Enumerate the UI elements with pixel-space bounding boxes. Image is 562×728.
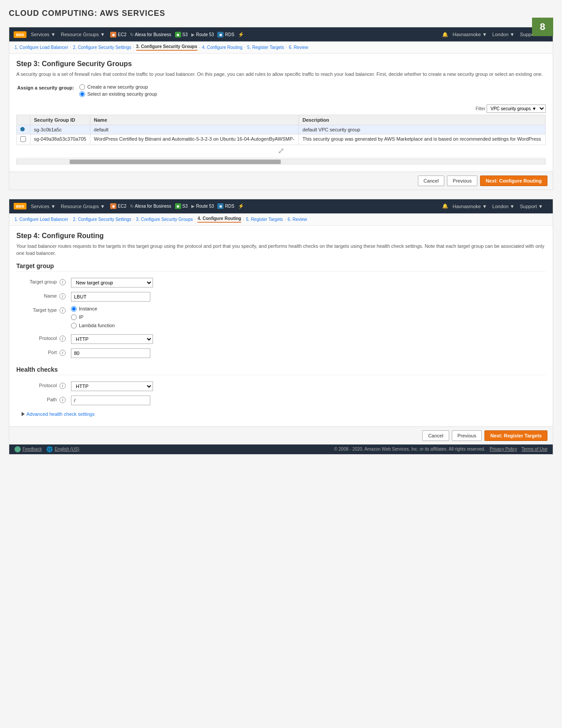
breadcrumb2-item-2[interactable]: 2. Configure Security Settings (73, 217, 131, 222)
col-header-checkbox (17, 115, 30, 125)
name-input[interactable] (71, 292, 150, 302)
filter-dropdown[interactable]: VPC security groups ▼ (487, 105, 546, 113)
nav-user[interactable]: Havnasmoke ▼ (453, 32, 487, 37)
target-type-lambda[interactable]: Lambda function (71, 323, 545, 329)
target-type-instance[interactable]: Instance (71, 306, 545, 312)
hc-protocol-select[interactable]: HTTP (71, 381, 153, 391)
feedback-link[interactable]: Feedback (22, 447, 42, 452)
health-checks-title: Health checks (16, 366, 546, 375)
radio-existing-input[interactable] (79, 91, 85, 97)
horizontal-scrollbar[interactable] (16, 159, 546, 164)
panel1-content: Step 3: Configure Security Groups A secu… (9, 54, 553, 172)
next-button-2[interactable]: Next: Register Targets (484, 430, 547, 441)
table-row[interactable]: sg-3c0b1a5c default default VPC security… (17, 125, 546, 134)
tg-info-icon[interactable]: i (60, 279, 66, 285)
radio-instance[interactable] (71, 306, 77, 312)
nav2-s3[interactable]: ■ S3 (175, 203, 188, 209)
language-link[interactable]: English (US) (55, 447, 79, 452)
breadcrumb2-item-6[interactable]: 6. Review (288, 217, 307, 222)
name-label: Name (44, 293, 57, 299)
row-checkbox-2[interactable] (20, 136, 26, 142)
breadcrumb-item-3[interactable]: 3. Configure Security Groups (136, 44, 197, 51)
col-header-sgid: Security Group ID (30, 115, 90, 125)
nav-alexa[interactable]: ↻ Alexa for Business (130, 32, 171, 37)
nav2-more[interactable]: ⚡ (238, 203, 244, 209)
footer-left: Feedback 🌐 English (US) (15, 446, 79, 452)
notification-bell-icon-2[interactable]: 🔔 (442, 203, 448, 209)
breadcrumb2-item-3[interactable]: 3. Configure Security Groups (136, 217, 193, 222)
breadcrumb-item-1[interactable]: 1. Configure Load Balancer (15, 45, 68, 50)
panel2-content: Step 4: Configure Routing Your load bala… (9, 226, 553, 426)
hc-path-info-icon[interactable]: i (60, 397, 66, 403)
privacy-link[interactable]: Privacy Policy (490, 447, 517, 452)
nav2-alexa[interactable]: ↻ Alexa for Business (130, 204, 171, 209)
breadcrumb-1: 1. Configure Load Balancer · 2. Configur… (9, 41, 553, 54)
next-button[interactable]: Next: Configure Routing (480, 175, 547, 186)
breadcrumb2-item-1[interactable]: 1. Configure Load Balancer (15, 217, 68, 222)
hc-protocol-info-icon[interactable]: i (60, 383, 66, 389)
nav-s3[interactable]: ■ S3 (175, 32, 188, 37)
navbar-2: aws Services ▼ Resource Groups ▼ ■ EC2 ↻… (9, 199, 553, 213)
nav-ec2[interactable]: ■ EC2 (110, 32, 127, 37)
nav-services[interactable]: Services ▼ (31, 32, 56, 37)
nav-resource-groups[interactable]: Resource Groups ▼ (61, 32, 105, 37)
breadcrumb-item-2[interactable]: 2. Configure Security Settings (73, 45, 131, 50)
breadcrumb2-item-4[interactable]: 4. Configure Routing (197, 216, 241, 223)
nav2-region[interactable]: London ▼ (492, 204, 515, 209)
advanced-health-checks[interactable]: Advanced health check settings (16, 411, 546, 417)
panel2-action-bar: Cancel Previous Next: Register Targets (9, 426, 553, 444)
col-header-desc: Description (299, 115, 546, 125)
radio-create-input[interactable] (79, 84, 85, 90)
radio-create-new: Create a new security group (79, 84, 157, 90)
nav2-rds[interactable]: ■ RDS (217, 203, 234, 209)
sg-desc-1: default VPC security group (299, 125, 546, 134)
nav-region[interactable]: London ▼ (492, 32, 515, 37)
scroll-hint-icon: ⤢ (278, 146, 284, 156)
radio-lambda-label: Lambda function (79, 323, 115, 328)
breadcrumb2-item-5[interactable]: 5. Register Targets (246, 217, 283, 222)
nav2-ec2[interactable]: ■ EC2 (110, 203, 127, 209)
port-info-icon[interactable]: i (60, 350, 66, 356)
footer-right: © 2008 - 2020, Amazon Web Services, Inc.… (334, 447, 547, 452)
target-type-ip[interactable]: IP (71, 314, 545, 320)
radio-lambda[interactable] (71, 323, 77, 329)
nav2-user[interactable]: Havnasmoke ▼ (453, 204, 487, 209)
aws-footer: Feedback 🌐 English (US) © 2008 - 2020, A… (9, 444, 553, 454)
nav-rds[interactable]: ■ RDS (217, 32, 234, 37)
nav2-support[interactable]: Support ▼ (520, 204, 543, 209)
scrollbar-thumb[interactable] (70, 160, 281, 164)
previous-button[interactable]: Previous (447, 175, 477, 186)
port-input[interactable] (71, 348, 150, 358)
nav2-services[interactable]: Services ▼ (31, 204, 56, 209)
sg-desc-2: This security group was generated by AWS… (299, 134, 546, 145)
target-group-select[interactable]: New target group (71, 278, 153, 287)
nav-route53[interactable]: ▶ Route 53 (191, 32, 214, 37)
nav-more[interactable]: ⚡ (238, 32, 244, 37)
breadcrumb-item-4[interactable]: 4. Configure Routing (202, 45, 242, 50)
target-type-info-icon[interactable]: i (60, 307, 66, 314)
sg-id-2: sg-049a38a53c370a705 (30, 134, 90, 145)
page-title: CLOUD COMPUTING: AWS SERVICES (9, 9, 553, 18)
radio-existing: Select an existing security group (79, 91, 157, 97)
radio-ip[interactable] (71, 314, 77, 320)
breadcrumb-item-6[interactable]: 6. Review (289, 45, 308, 50)
nav2-resource-groups[interactable]: Resource Groups ▼ (61, 204, 105, 209)
col-header-name: Name (90, 115, 299, 125)
copyright: © 2008 - 2020, Amazon Web Services, Inc.… (334, 447, 485, 452)
terms-link[interactable]: Terms of Use (521, 447, 547, 452)
protocol-select[interactable]: HTTP (71, 334, 153, 344)
hc-path-input[interactable] (71, 396, 150, 405)
notification-bell-icon[interactable]: 🔔 (442, 32, 448, 37)
aws-logo-2: aws (14, 203, 26, 209)
cancel-button[interactable]: Cancel (418, 175, 444, 186)
previous-button-2[interactable]: Previous (452, 430, 482, 441)
name-info-icon[interactable]: i (60, 293, 66, 299)
nav2-route53[interactable]: ▶ Route 53 (191, 204, 214, 209)
protocol-info-icon[interactable]: i (60, 336, 66, 342)
breadcrumb-item-5[interactable]: 5. Register Targets (247, 45, 284, 50)
cancel-button-2[interactable]: Cancel (422, 430, 449, 441)
target-type-label: Target type (33, 307, 57, 313)
table-row[interactable]: sg-049a38a53c370a705 WordPress Certified… (17, 134, 546, 145)
sg-name-1: default (90, 125, 299, 134)
panel-routing: aws Services ▼ Resource Groups ▼ ■ EC2 ↻… (9, 199, 553, 455)
